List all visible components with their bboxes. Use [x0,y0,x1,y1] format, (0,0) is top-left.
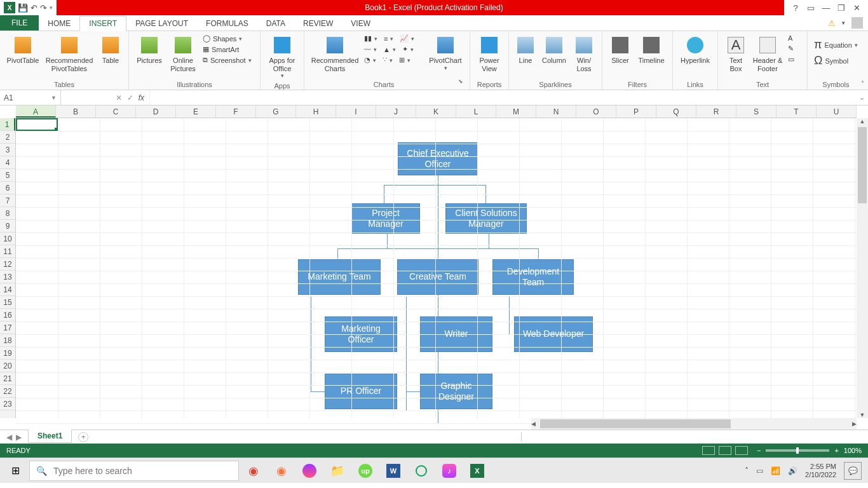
row-header[interactable]: 22 [0,385,15,398]
start-button[interactable]: ⊞ [3,458,28,484]
restore-icon[interactable]: ❐ [834,3,849,13]
zoom-out-icon[interactable]: − [757,447,761,454]
tab-page-layout[interactable]: PAGE LAYOUT [126,17,197,30]
online-pictures-button[interactable]: Online Pictures [167,34,199,74]
chart-radar-button[interactable]: ✦ [401,44,415,54]
column-header[interactable]: B [56,105,96,118]
row-header[interactable]: 7 [0,194,15,207]
row-header[interactable]: 15 [0,296,15,309]
screenshot-button[interactable]: ⧉Screenshot [201,55,255,65]
row-header[interactable]: 21 [0,372,15,385]
minimize-icon[interactable]: — [818,3,834,13]
row-header[interactable]: 9 [0,220,15,233]
org-node-pr-officer[interactable]: PR Officer [325,374,397,409]
header-footer-button[interactable]: Header & Footer [751,34,784,74]
org-node-csm[interactable]: Client Solutions Manager [445,203,527,234]
org-node-ceo[interactable]: Chief Executive Officer [398,142,478,175]
taskbar-firefox-icon[interactable]: ◉ [268,458,295,484]
column-header[interactable]: U [817,105,857,118]
scroll-right-icon[interactable]: ▶ [852,418,857,430]
sheet-nav-prev-icon[interactable]: ◀ [6,433,12,442]
column-header[interactable]: M [496,105,536,118]
signature-line-button[interactable]: ✎ [787,44,802,53]
taskbar-word-icon[interactable]: W [380,458,407,484]
chart-bar-button[interactable]: ≡ [383,34,395,43]
tab-review[interactable]: REVIEW [294,17,342,30]
view-page-layout-icon[interactable] [719,446,731,455]
chart-pie-button[interactable]: ◔ [363,55,377,65]
help-icon[interactable]: ? [788,3,803,13]
scroll-left-icon[interactable]: ◀ [531,418,536,430]
taskbar-messenger-icon[interactable] [296,458,323,484]
shapes-button[interactable]: ◯Shapes [201,34,255,43]
sparkline-winloss-button[interactable]: Win/ Loss [571,34,597,74]
column-header[interactable]: E [176,105,216,118]
enter-formula-icon[interactable]: ✓ [127,93,133,102]
hyperlink-button[interactable]: Hyperlink [678,34,712,66]
zoom-level[interactable]: 100% [844,447,862,454]
collapse-ribbon-icon[interactable]: ˄ [861,80,864,87]
tray-notifications-icon[interactable]: 💬 [844,462,862,480]
zoom-in-icon[interactable]: + [834,447,838,454]
object-button[interactable]: ▭ [787,55,802,64]
cancel-formula-icon[interactable]: ✕ [116,93,122,102]
column-header[interactable]: D [136,105,176,118]
row-header[interactable]: 14 [0,283,15,296]
tab-insert[interactable]: INSERT [79,16,126,31]
row-header[interactable]: 10 [0,233,15,245]
column-header[interactable]: R [696,105,736,118]
tab-data[interactable]: DATA [257,17,294,30]
row-header[interactable]: 8 [0,207,15,220]
zoom-slider[interactable] [766,449,829,452]
row-header[interactable]: 11 [0,245,15,258]
scroll-down-icon[interactable]: ▼ [857,412,868,418]
sheet-nav-next-icon[interactable]: ▶ [16,433,22,442]
row-header[interactable]: 2 [0,131,15,144]
taskbar-chrome-icon[interactable]: ◉ [240,458,267,484]
taskbar-file-explorer-icon[interactable]: 📁 [324,458,351,484]
chart-scatter-button[interactable]: ∵ [381,55,394,65]
horizontal-scroll-thumb[interactable] [540,419,731,428]
column-header[interactable]: N [536,105,576,118]
horizontal-scrollbar[interactable]: ◀ ▶ [531,418,857,430]
taskbar-search[interactable]: 🔍 Type here to search [29,461,239,481]
row-header[interactable]: 18 [0,334,15,347]
fx-icon[interactable]: fx [139,93,144,102]
account-avatar[interactable] [851,17,863,29]
formula-input[interactable] [150,90,855,105]
column-header[interactable]: Q [656,105,696,118]
qat-dropdown-icon[interactable]: ▾ [50,4,53,11]
save-icon[interactable]: 💾 [18,3,28,13]
taskbar-music-icon[interactable]: ♪ [436,458,463,484]
column-header[interactable]: F [216,105,256,118]
row-header[interactable]: 16 [0,309,15,322]
chart-column-button[interactable]: ▮▮ [363,34,379,43]
org-node-marketing-team[interactable]: Marketing Team [298,259,381,295]
row-header[interactable]: 17 [0,322,15,334]
equation-button[interactable]: πEquation [813,37,859,52]
row-header[interactable]: 20 [0,360,15,372]
charts-launcher-icon[interactable]: ⬊ [458,78,463,88]
add-sheet-button[interactable]: + [78,432,88,442]
row-header[interactable]: 1 [0,118,15,131]
column-header[interactable]: S [736,105,776,118]
apps-for-office-button[interactable]: Apps for Office [266,34,299,81]
vertical-scroll-thumb[interactable] [858,127,867,203]
taskbar-upwork-icon[interactable]: up [352,458,379,484]
timeline-button[interactable]: Timeline [635,34,667,66]
column-header[interactable]: O [576,105,616,118]
org-node-pm[interactable]: Project Manager [351,203,420,234]
row-header[interactable]: 19 [0,347,15,360]
column-header[interactable]: I [336,105,376,118]
worksheet-grid[interactable]: ABCDEFGHIJKLMNOPQRSTU 123456789101112131… [0,105,868,430]
chart-stock-button[interactable]: 📈 [398,34,416,43]
sparkline-line-button[interactable]: Line [514,34,537,74]
taskbar-excel-icon[interactable]: X [464,458,491,484]
pictures-button[interactable]: Pictures [134,34,165,74]
vertical-scrollbar[interactable]: ▲ ▼ [857,118,868,418]
pivottable-button[interactable]: PivotTable [5,34,41,74]
tab-scroll-split[interactable] [521,432,525,442]
recommended-pivottables-button[interactable]: Recommended PivotTables [43,34,95,74]
recommended-charts-button[interactable]: Recommended Charts [309,34,360,74]
table-button[interactable]: Table [98,34,123,74]
